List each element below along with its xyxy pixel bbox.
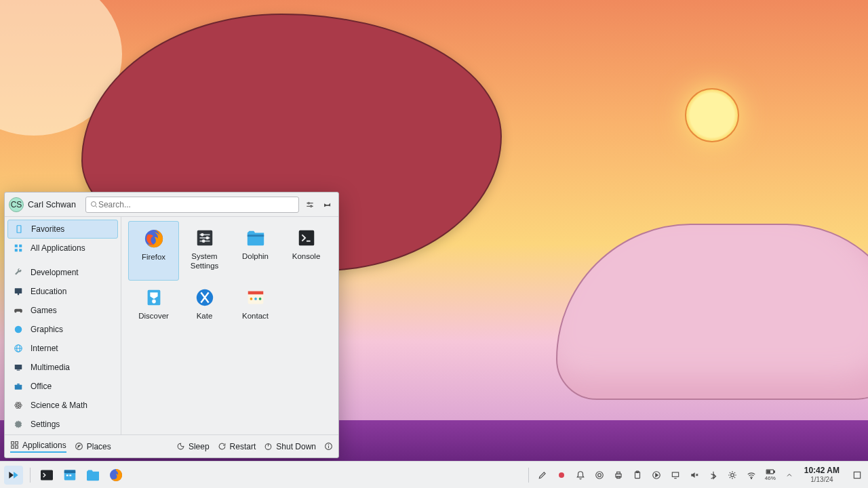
taskbar-app-firefox[interactable] (106, 466, 125, 485)
sidebar-item-label: Settings (31, 420, 60, 429)
tab-label: Applications (22, 441, 66, 450)
sidebar-item-science-math[interactable]: Science & Math (7, 396, 118, 415)
tab-places[interactable]: Places (75, 442, 111, 451)
brightness-icon[interactable] (726, 468, 739, 482)
network-icon[interactable] (745, 468, 758, 482)
svg-line-81 (730, 472, 730, 472)
sidebar-item-label: Graphics (31, 325, 63, 334)
sidebar-item-graphics[interactable]: Graphics (7, 320, 118, 339)
bookmark-icon (14, 224, 24, 235)
volume-muted-icon[interactable] (688, 468, 701, 482)
wrench-icon (13, 267, 24, 278)
grid-icon (13, 243, 24, 253)
kde-connect-icon[interactable] (593, 468, 606, 482)
pen-icon[interactable] (536, 468, 549, 482)
record-icon[interactable] (555, 468, 568, 482)
app-tile-konsole[interactable]: Konsole (281, 221, 332, 281)
gamepad-icon (13, 305, 24, 316)
app-tile-kate[interactable]: Kate (179, 281, 230, 340)
sidebar-item-label: Games (31, 306, 57, 315)
svg-point-43 (254, 298, 257, 300)
svg-rect-88 (767, 470, 770, 473)
svg-line-83 (730, 476, 730, 477)
user-name: Carl Schwan (28, 200, 76, 209)
show-desktop-icon[interactable] (850, 468, 864, 482)
app-tile-system-settings[interactable]: System Settings (179, 221, 230, 281)
sleep-button[interactable]: Sleep (176, 442, 210, 451)
battery-level: 46% (765, 475, 776, 481)
app-tile-firefox[interactable]: Firefox (128, 221, 179, 281)
battery-icon[interactable]: 46% (764, 468, 777, 481)
sidebar-item-internet[interactable]: Internet (7, 339, 118, 358)
clock[interactable]: 10:42 AM 1/13/24 (804, 466, 840, 483)
svg-rect-72 (672, 472, 678, 476)
bluetooth-icon[interactable] (707, 468, 720, 482)
clipboard-icon[interactable] (631, 468, 644, 482)
user-avatar[interactable]: CS (9, 197, 24, 212)
app-label: Firefox (142, 253, 165, 262)
svg-rect-35 (298, 230, 314, 246)
sidebar-item-all-applications[interactable]: All Applications (7, 239, 118, 258)
app-label: System Settings (180, 252, 229, 271)
sidebar-item-games[interactable]: Games (7, 301, 118, 320)
app-tile-kontact[interactable]: Kontact (230, 281, 281, 340)
notifications-icon[interactable] (574, 468, 587, 482)
sidebar-item-development[interactable]: Development (7, 263, 118, 282)
svg-rect-20 (17, 384, 20, 385)
tray-expand-icon[interactable] (783, 468, 796, 482)
taskbar-app-dolphin[interactable] (83, 466, 102, 485)
svg-rect-10 (19, 249, 22, 251)
launcher-footer: Applications Places Sleep Restart Shut D… (5, 434, 338, 458)
launcher-button[interactable] (4, 466, 23, 485)
svg-rect-56 (41, 470, 53, 480)
svg-rect-18 (17, 370, 20, 371)
svg-rect-59 (66, 474, 68, 476)
clock-date: 1/13/24 (804, 476, 840, 484)
app-label: Kontact (242, 312, 269, 321)
pin-icon[interactable] (321, 198, 334, 211)
svg-rect-19 (15, 385, 22, 390)
svg-point-32 (205, 237, 209, 240)
globe-icon (13, 324, 24, 335)
more-button[interactable] (324, 442, 333, 451)
separator (528, 468, 529, 483)
sidebar-item-multimedia[interactable]: Multimedia (7, 358, 118, 377)
svg-rect-34 (247, 235, 263, 237)
shutdown-button[interactable]: Shut Down (264, 442, 316, 451)
clock-time: 10:42 AM (804, 466, 840, 476)
search-field[interactable] (85, 197, 299, 213)
restart-icon (218, 442, 226, 451)
svg-line-82 (734, 476, 735, 477)
taskbar-app-calendar[interactable] (60, 466, 79, 485)
printer-icon[interactable] (612, 468, 625, 482)
svg-point-76 (730, 473, 734, 476)
svg-point-0 (91, 201, 96, 206)
sidebar-item-education[interactable]: Education (7, 282, 118, 301)
search-icon (90, 201, 98, 209)
sidebar-item-settings[interactable]: Settings (7, 415, 118, 434)
svg-point-4 (308, 202, 309, 203)
atom-icon (13, 400, 24, 411)
sidebar-item-favorites[interactable]: Favorites (7, 220, 118, 239)
display-icon[interactable] (669, 468, 682, 482)
app-tile-discover[interactable]: Discover (128, 281, 179, 340)
taskbar-app-terminal[interactable] (37, 466, 56, 485)
configure-icon[interactable] (303, 198, 317, 211)
dolphin-icon (245, 228, 266, 248)
sidebar-item-label: Office (31, 382, 52, 391)
search-input[interactable] (98, 200, 294, 209)
settings-icon (195, 228, 215, 248)
sleep-icon (176, 442, 185, 451)
svg-point-62 (559, 472, 564, 478)
media-icon[interactable] (650, 468, 663, 482)
svg-rect-6 (17, 226, 21, 233)
svg-rect-60 (69, 474, 71, 476)
konsole-icon (296, 228, 317, 248)
svg-point-42 (250, 298, 252, 300)
app-tile-dolphin[interactable]: Dolphin (230, 221, 281, 281)
svg-rect-48 (16, 446, 18, 449)
sidebar-item-office[interactable]: Office (7, 377, 118, 396)
gear-icon (13, 419, 24, 430)
restart-button[interactable]: Restart (218, 442, 256, 451)
tab-applications[interactable]: Applications (10, 441, 66, 453)
